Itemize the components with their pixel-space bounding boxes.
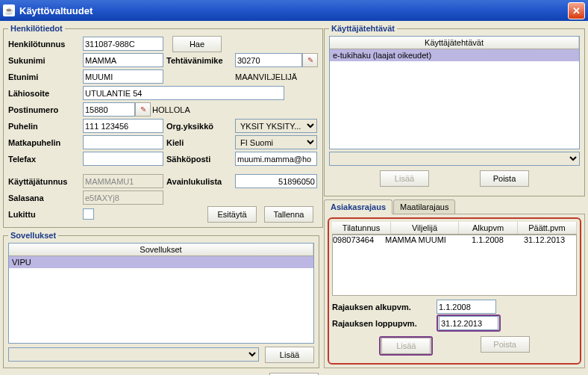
lastname-label: Sukunimi xyxy=(8,56,83,65)
tasks-fieldset: Käyttäjätehtävät Käyttäjätehtävät e-tuki… xyxy=(324,24,585,196)
fax-label: Telefax xyxy=(8,155,83,164)
tasks-legend: Käyttäjätehtävät xyxy=(329,24,397,33)
lastname-input[interactable] xyxy=(83,53,163,67)
java-icon: ☕ xyxy=(3,4,15,16)
customer-table: Tilatunnus Viljelijä Alkupvm Päätt.pvm xyxy=(332,222,577,235)
firstname-input[interactable] xyxy=(83,69,163,84)
titlebar: ☕ Käyttövaltuudet ✕ xyxy=(0,0,588,21)
cust-end-label: Rajauksen loppupvm. xyxy=(332,319,437,328)
lang-label: Kieli xyxy=(166,138,235,147)
highlight-region: Tilatunnus Viljelijä Alkupvm Päätt.pvm 0… xyxy=(328,217,581,365)
keylist-input[interactable] xyxy=(235,174,317,188)
tab-panel: Tilatunnus Viljelijä Alkupvm Päätt.pvm 0… xyxy=(324,214,585,368)
cust-start-input[interactable] xyxy=(437,300,496,314)
window-title: Käyttövaltuudet xyxy=(19,5,93,16)
col-start: Alkupvm xyxy=(459,222,518,234)
col-farmer: Viljelijä xyxy=(391,222,459,234)
password-label: Salasana xyxy=(8,193,83,202)
username-label: Käyttäjätunnus xyxy=(8,177,83,186)
address-input[interactable] xyxy=(83,86,284,100)
col-end: Päätt.pvm xyxy=(518,222,577,234)
apps-table: Sovellukset VIPU xyxy=(8,243,314,344)
keylist-label: Avainlukulista xyxy=(166,177,235,186)
phone-label: Puhelin xyxy=(8,122,83,131)
orgunit-select[interactable]: YKSIT YKSITY... xyxy=(235,119,317,133)
tasks-add-button[interactable]: Lisää xyxy=(380,170,429,187)
apps-add-button[interactable]: Lisää xyxy=(265,347,314,363)
cust-delete-button[interactable]: Poista xyxy=(481,336,530,353)
ssn-input[interactable] xyxy=(83,37,163,51)
customer-row[interactable]: 098073464 MAMMA MUUMI 1.1.2008 31.12.201… xyxy=(333,235,576,244)
lang-select[interactable]: FI Suomi xyxy=(235,135,317,149)
firstname-label: Etunimi xyxy=(8,72,83,81)
postcode-input[interactable] xyxy=(83,102,135,117)
cust-add-button[interactable]: Lisää xyxy=(381,338,431,354)
phone-input[interactable] xyxy=(83,119,163,133)
tasks-row[interactable]: e-tukihaku (laajat oikeudet) xyxy=(330,49,579,61)
tab-farm[interactable]: Maatilarajaus xyxy=(393,199,455,214)
prefill-button[interactable]: Esitäytä xyxy=(207,206,257,223)
locked-checkbox[interactable] xyxy=(83,208,94,220)
personal-fieldset: Henkilötiedot Henkilötunnus Hae Sukunimi… xyxy=(3,24,323,228)
tab-customer[interactable]: Asiakasrajaus xyxy=(324,199,392,214)
cust-start-label: Rajauksen alkupvm. xyxy=(332,303,437,312)
jobtitle-label: Tehtävänimike xyxy=(166,56,235,65)
apps-row[interactable]: VIPU xyxy=(9,256,313,268)
mobile-input[interactable] xyxy=(83,135,163,149)
save-button[interactable]: Tallenna xyxy=(264,206,313,223)
username-input xyxy=(83,174,163,188)
apps-col-header: Sovellukset xyxy=(9,244,313,255)
fetch-button[interactable]: Hae xyxy=(172,36,222,52)
mobile-label: Matkapuhelin xyxy=(8,138,83,147)
col-farmid: Tilatunnus xyxy=(332,222,391,234)
close-icon[interactable]: ✕ xyxy=(568,2,585,19)
apps-select[interactable] xyxy=(8,347,259,362)
pencil-icon: ✎ xyxy=(140,105,146,114)
cust-end-input[interactable] xyxy=(439,316,498,330)
highlight-end xyxy=(437,314,501,332)
city-text: HOLLOLA xyxy=(152,105,190,114)
postcode-pick-button[interactable]: ✎ xyxy=(135,102,151,117)
locked-label: Lukittu xyxy=(8,210,83,219)
occupation-text: MAANVILJELIJÄ xyxy=(235,72,297,81)
tasks-delete-button[interactable]: Poista xyxy=(480,170,529,187)
tasks-table: Käyttäjätehtävät e-tukihaku (laajat oike… xyxy=(329,36,580,149)
tabs: Asiakasrajaus Maatilarajaus xyxy=(324,199,585,214)
email-label: Sähköposti xyxy=(166,155,235,164)
tasks-select[interactable] xyxy=(329,152,580,166)
email-input[interactable] xyxy=(235,152,317,166)
highlight-add: Lisää xyxy=(379,336,433,356)
password-input xyxy=(83,190,163,205)
pencil-icon: ✎ xyxy=(307,56,313,64)
orgunit-label: Org.yksikkö xyxy=(166,122,235,131)
jobtitle-pick-button[interactable]: ✎ xyxy=(302,53,318,67)
personal-legend: Henkilötiedot xyxy=(8,24,65,33)
postcode-label: Postinumero xyxy=(8,105,83,114)
apps-fieldset: Sovellukset Sovellukset VIPU Lisää xyxy=(3,231,319,368)
ssn-label: Henkilötunnus xyxy=(8,40,83,49)
jobtitle-input[interactable] xyxy=(235,53,302,67)
tasks-col-header: Käyttäjätehtävät xyxy=(330,37,579,49)
window: ☕ Käyttövaltuudet ✕ Henkilötiedot Henkil… xyxy=(0,0,588,375)
apps-legend: Sovellukset xyxy=(8,231,58,240)
address-label: Lähiosoite xyxy=(8,89,83,98)
fax-input[interactable] xyxy=(83,152,163,166)
